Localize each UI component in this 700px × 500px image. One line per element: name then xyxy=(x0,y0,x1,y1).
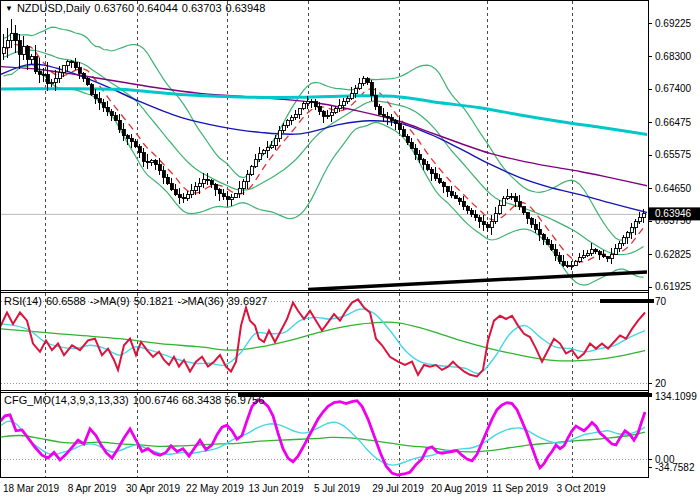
candle-body xyxy=(374,95,377,106)
candle-body xyxy=(190,190,193,194)
price-axis-scale[interactable] xyxy=(649,0,700,478)
candle-body xyxy=(434,174,437,178)
candle-body xyxy=(334,109,337,112)
date-axis-label: 5 Jul 2019 xyxy=(314,483,361,494)
price-axis: 0.692250.683000.674000.664750.655750.646… xyxy=(648,0,700,478)
candle-body xyxy=(638,217,641,222)
date-axis-label: 29 Jul 2019 xyxy=(372,483,424,494)
candle-body xyxy=(310,101,313,102)
candle-body xyxy=(86,78,89,85)
candle-body xyxy=(66,62,69,66)
price-axis-label: 0.61925 xyxy=(655,281,692,292)
candle-body xyxy=(2,48,5,53)
date-axis-label: 3 Oct 2019 xyxy=(557,483,606,494)
candle-body xyxy=(82,73,85,78)
candle-body xyxy=(90,85,93,95)
candle-body xyxy=(458,198,461,201)
candle-body xyxy=(286,120,289,125)
candle-body xyxy=(146,161,149,163)
cfg-mo-values: 100.6746 68.3438 56.9756 xyxy=(133,394,265,406)
symbol-dropdown-icon[interactable]: ▼ xyxy=(5,4,13,13)
candle-body xyxy=(382,114,385,116)
candle-body xyxy=(318,107,321,112)
rsi-axis-label: 20 xyxy=(655,378,667,389)
price-axis-label: 0.62825 xyxy=(655,249,692,260)
candle-body xyxy=(642,214,645,218)
candle-body xyxy=(306,101,309,104)
candle-body xyxy=(410,142,413,148)
chart-header: ▼NZDUSD,Daily0.637600.640440.637030.6394… xyxy=(5,2,269,15)
candle-body xyxy=(478,218,481,222)
candle-body xyxy=(78,68,81,73)
chart-plot-area[interactable]: 0.692250.683000.674000.664750.655750.646… xyxy=(0,0,700,500)
candle-body xyxy=(610,254,613,258)
ohlc-high: 0.64044 xyxy=(138,2,178,14)
candle-body xyxy=(446,187,449,192)
candle-body xyxy=(154,160,157,165)
price-axis-label: 0.65575 xyxy=(655,149,692,160)
price-axis-label: 0.66475 xyxy=(655,117,692,128)
candle-body xyxy=(138,147,141,153)
candle-body xyxy=(522,207,525,213)
candle-body xyxy=(142,153,145,161)
current-price-label: 0.63946 xyxy=(655,208,692,219)
candle-body xyxy=(254,159,257,166)
candle-body xyxy=(614,249,617,254)
candle-body xyxy=(554,250,557,256)
cfg-axis-label: 134.1099 xyxy=(655,391,697,402)
candle-body xyxy=(530,218,533,224)
time-axis: 18 Mar 20198 Apr 201930 Apr 201922 May 2… xyxy=(0,478,648,500)
candle-body xyxy=(126,136,129,139)
candle-body xyxy=(58,72,61,78)
candle-body xyxy=(226,197,229,200)
cfg-mo-indicator-header: CFG_MO(14,3,9,3,13,33)100.6746 68.3438 5… xyxy=(4,394,268,406)
candle-body xyxy=(270,145,273,148)
candle-body xyxy=(514,197,517,202)
candle-body xyxy=(38,72,41,74)
candle-body xyxy=(290,117,293,120)
candle-body xyxy=(134,142,137,147)
candle-body xyxy=(118,120,121,129)
candle-body xyxy=(10,33,13,40)
candle-body xyxy=(6,41,9,48)
candle-body xyxy=(354,89,357,94)
rsi-ma36-value: 39.6927 xyxy=(228,295,268,307)
candle-body xyxy=(542,234,545,239)
candle-body xyxy=(406,136,409,142)
chart-window[interactable]: 0.692250.683000.674000.664750.655750.646… xyxy=(0,0,700,500)
price-axis-label: 0.68300 xyxy=(655,51,692,62)
candle-body xyxy=(174,190,177,195)
candle-body xyxy=(510,196,513,197)
candle-body xyxy=(594,250,597,252)
candle-body xyxy=(278,130,281,138)
candle-body xyxy=(326,116,329,117)
candle-body xyxy=(342,102,345,106)
candle-body xyxy=(570,265,573,266)
candle-body xyxy=(626,233,629,238)
candle-body xyxy=(294,114,297,117)
candle-body xyxy=(454,196,457,199)
rsi-ma9-value: 50.1821 xyxy=(134,295,174,307)
candle-body xyxy=(550,244,553,250)
candle-body xyxy=(618,243,621,249)
candle-body xyxy=(346,98,349,102)
candle-body xyxy=(22,47,25,55)
candle-body xyxy=(26,47,29,60)
candle-body xyxy=(634,222,637,228)
candle-body xyxy=(442,182,445,186)
candle-body xyxy=(574,261,577,265)
candle-body xyxy=(426,164,429,169)
price-axis-label: 0.67400 xyxy=(655,83,692,94)
candle-body xyxy=(398,124,401,130)
date-axis-label: 11 Sep 2019 xyxy=(492,483,548,494)
candle-body xyxy=(562,261,565,265)
candle-body xyxy=(246,174,249,182)
candle-body xyxy=(302,104,305,109)
candle-body xyxy=(630,228,633,233)
candle-body xyxy=(558,256,561,262)
candle-body xyxy=(386,116,389,117)
candle-body xyxy=(566,265,569,266)
candle-body xyxy=(482,222,485,225)
candle-body xyxy=(430,169,433,173)
candle-body xyxy=(70,62,73,63)
